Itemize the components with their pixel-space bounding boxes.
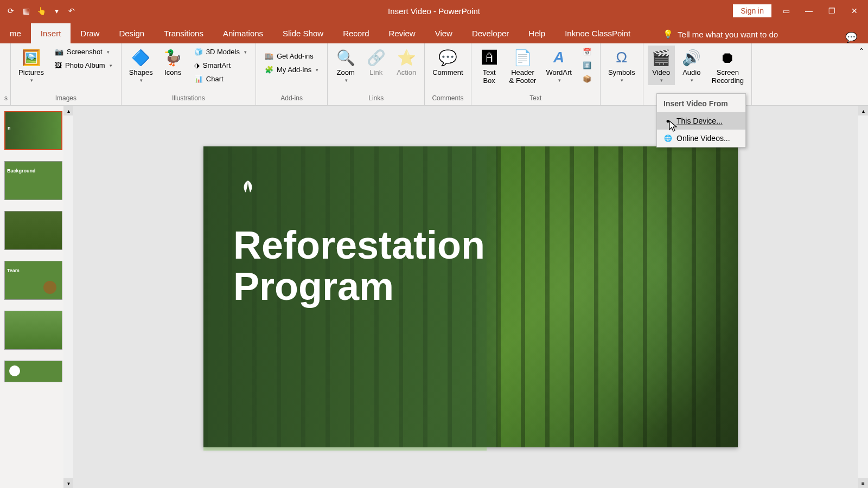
pictures-button[interactable]: 🖼️ Pictures ▾ [15, 46, 47, 85]
qat-dropdown-icon[interactable]: ▾ [51, 5, 62, 16]
get-addins-button[interactable]: 🏬 Get Add-ins [260, 50, 323, 62]
shapes-icon: 🔷 [131, 48, 151, 67]
my-addins-button[interactable]: 🧩 My Add-ins ▾ [260, 63, 323, 76]
device-icon: ● [663, 117, 672, 125]
scroll-up-icon[interactable]: ▴ [63, 106, 73, 115]
touch-mode-icon[interactable]: 👆 [36, 5, 47, 16]
slide-thumbnail-2[interactable]: Background [4, 161, 62, 200]
scroll-down-icon[interactable]: ▾ [63, 478, 73, 488]
get-addins-label: Get Add-ins [277, 52, 314, 60]
object-button[interactable]: 📦 [578, 73, 596, 85]
textbox-button[interactable]: 🅰 Text Box [476, 46, 503, 87]
online-icon: 🌐 [663, 134, 672, 143]
ribbon-tabs: me Insert Draw Design Transitions Animat… [0, 22, 868, 43]
tab-home[interactable]: me [0, 23, 31, 43]
photo-album-icon: 🖼 [55, 61, 62, 69]
canvas-scrollbar[interactable]: ▴ ▾ ≡ ≡ [858, 106, 868, 488]
3d-models-button[interactable]: 🧊 3D Models ▾ [190, 46, 251, 58]
video-icon: 🎬 [652, 48, 671, 67]
screenshot-button[interactable]: 📷 Screenshot ▾ [50, 46, 117, 58]
chart-icon: 📊 [194, 75, 203, 83]
chart-label: Chart [206, 75, 224, 83]
tab-record[interactable]: Record [333, 23, 379, 43]
maximize-button[interactable]: ❐ [824, 3, 840, 19]
window-title: Insert Video - PowerPoint [388, 7, 480, 16]
audio-button[interactable]: 🔊 Audio ▾ [678, 46, 705, 85]
screen-recording-button[interactable]: ⏺ Screen Recording [709, 46, 747, 87]
chevron-down-icon: ▾ [345, 78, 348, 83]
symbols-button[interactable]: Ω Symbols ▾ [605, 46, 639, 85]
pictures-label: Pictures [18, 68, 44, 76]
tab-design[interactable]: Design [109, 23, 154, 43]
chart-button[interactable]: 📊 Chart [190, 73, 251, 85]
tell-me-search[interactable]: 💡 Tell me what you want to do [656, 25, 784, 43]
tab-slideshow[interactable]: Slide Show [273, 23, 333, 43]
date-icon: 📅 [583, 48, 591, 56]
chevron-down-icon: ▾ [316, 67, 318, 73]
slide-canvas-area: Reforestation Program ▴ ▾ ≡ ≡ [73, 106, 868, 488]
slide-thumbnail-3[interactable] [4, 211, 62, 250]
slideshow-icon[interactable]: ▦ [21, 5, 31, 16]
autosave-icon[interactable]: ⟳ [5, 5, 16, 16]
chevron-down-icon: ▾ [140, 78, 143, 83]
link-button: 🔗 Link [362, 46, 390, 79]
title-bar: ⟳ ▦ 👆 ▾ ↶ Insert Video - PowerPoint Sign… [0, 0, 868, 22]
comment-button[interactable]: 💬 Comment [429, 46, 466, 79]
ribbon-group-partial-left: s [0, 43, 11, 105]
thumbnails-scrollbar[interactable]: ▴ ▾ [63, 106, 73, 488]
wordart-button[interactable]: A WordArt ▾ [542, 46, 575, 85]
action-icon: ⭐ [397, 48, 416, 67]
shapes-button[interactable]: 🔷 Shapes ▾ [126, 46, 156, 85]
header-footer-button[interactable]: 📄 Header & Footer [506, 46, 540, 87]
comments-group-label: Comments [429, 93, 466, 103]
ribbon-display-options-icon[interactable]: ▭ [778, 3, 794, 19]
links-group-label: Links [332, 93, 420, 103]
icons-label: Icons [164, 68, 181, 76]
leaf-logo-icon [236, 176, 260, 206]
link-label: Link [369, 68, 382, 76]
undo-icon[interactable]: ↶ [66, 5, 77, 16]
date-time-button[interactable]: 📅 [578, 46, 596, 58]
video-label: Video [652, 68, 670, 76]
photo-album-button[interactable]: 🖼 Photo Album ▾ [50, 59, 117, 72]
tab-view[interactable]: View [425, 23, 462, 43]
slide-thumbnail-6[interactable] [4, 361, 62, 382]
dropdown-item-this-device[interactable]: ● This Device... [657, 112, 745, 130]
minimize-button[interactable]: — [801, 3, 817, 19]
ribbon-group-text: 🅰 Text Box 📄 Header & Footer A WordArt ▾… [471, 43, 601, 105]
slide-number-button[interactable]: #️⃣ [578, 59, 596, 72]
ribbon-group-illustrations: 🔷 Shapes ▾ 🦆 Icons 🧊 3D Models ▾ ⬗ Smart… [122, 43, 256, 105]
object-icon: 📦 [583, 75, 591, 83]
tab-help[interactable]: Help [519, 23, 555, 43]
tab-animations[interactable]: Animations [213, 23, 273, 43]
tab-draw[interactable]: Draw [71, 23, 109, 43]
comments-pane-icon[interactable]: 💬 [845, 31, 857, 43]
video-button[interactable]: 🎬 Video ▾ [648, 46, 675, 85]
scroll-up-icon[interactable]: ▴ [858, 106, 868, 115]
smartart-icon: ⬗ [194, 61, 200, 69]
dropdown-item-online-videos[interactable]: 🌐 Online Videos... [657, 130, 745, 147]
zoom-button[interactable]: 🔍 Zoom ▾ [332, 46, 359, 85]
tab-review[interactable]: Review [379, 23, 425, 43]
tab-transitions[interactable]: Transitions [154, 23, 213, 43]
slide-thumbnail-5[interactable] [4, 311, 62, 350]
sign-in-button[interactable]: Sign in [733, 4, 771, 17]
omega-icon: Ω [612, 48, 631, 67]
number-icon: #️⃣ [583, 61, 591, 69]
slide-canvas[interactable]: Reforestation Program [203, 146, 738, 447]
slide-thumbnail-4[interactable]: Team [4, 261, 62, 300]
ribbon-group-comments: 💬 Comment Comments [425, 43, 471, 105]
icons-icon: 🦆 [163, 48, 183, 67]
tab-developer[interactable]: Developer [462, 23, 519, 43]
tab-classpoint[interactable]: Inknoe ClassPoint [555, 23, 640, 43]
audio-icon: 🔊 [682, 48, 701, 67]
close-button[interactable]: ✕ [846, 3, 863, 19]
icons-button[interactable]: 🦆 Icons [159, 46, 187, 79]
slide-thumbnail-1[interactable]: n [4, 111, 62, 150]
workspace: n Background Team ▴ ▾ Reforestation Prog… [0, 106, 868, 488]
tab-insert[interactable]: Insert [31, 23, 71, 43]
collapse-ribbon-icon[interactable]: ⌃ [858, 47, 865, 55]
smartart-button[interactable]: ⬗ SmartArt [190, 59, 251, 72]
chevron-down-icon: ▾ [110, 63, 112, 68]
next-slide-icon[interactable]: ≡ [858, 478, 868, 488]
